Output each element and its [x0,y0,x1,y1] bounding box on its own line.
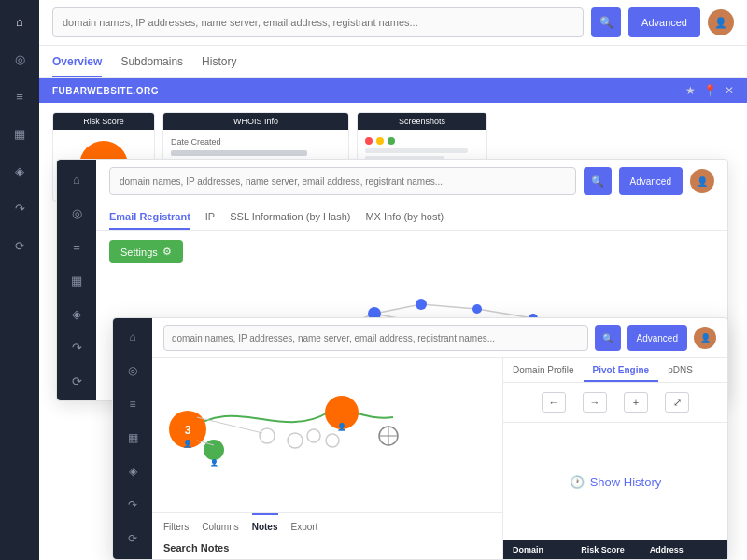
rtab3-pdns[interactable]: pDNS [658,358,702,382]
pin-icon[interactable]: 📍 [703,84,717,97]
rtab3-pivot-engine[interactable]: Pivot Engine [584,358,659,382]
sidebar1-layers-icon[interactable]: ◈ [9,161,30,181]
btab3-filters[interactable]: Filters [163,513,189,537]
right3-content: ← → + ⤢ 🕐 Show History [503,383,727,559]
sidebar3-home-icon[interactable]: ⌂ [123,328,142,346]
risk-score-header: Risk Score [53,113,154,130]
tab1-overview[interactable]: Overview [52,46,102,77]
sidebar1-forward-icon[interactable]: ↷ [9,198,30,218]
sidebar2: ⌂ ◎ ≡ ▦ ◈ ↷ ⟳ [57,160,96,400]
svg-point-37 [307,429,320,442]
settings-gear-icon: ⚙ [162,245,172,258]
sidebar3-forward-icon[interactable]: ↷ [123,496,142,514]
tab1-subdomains[interactable]: Subdomains [120,46,183,77]
svg-point-17 [416,299,427,310]
svg-text:👤: 👤 [337,422,346,431]
sidebar2-home-icon[interactable]: ⌂ [66,171,87,188]
close-icon[interactable]: ✕ [725,84,734,97]
nav-controls: ← → + ⤢ [503,383,727,423]
advanced-button-2[interactable]: Advanced [619,167,683,195]
tabs1: Overview Subdomains History [39,46,747,78]
tab2-ssl[interactable]: SSL Information (by Hash) [230,203,350,230]
btab3-columns[interactable]: Columns [202,513,238,537]
pivot-graph-svg: 3 👤 👤 👤 [160,366,421,469]
search-button-1[interactable]: 🔍 [591,7,621,37]
sidebar1-grid-icon[interactable]: ▦ [9,123,30,144]
settings-label: Settings [120,246,158,258]
sidebar2-layers-icon[interactable]: ◈ [66,305,87,322]
sidebar3-history-icon[interactable]: ⟳ [123,529,142,548]
search-button-2[interactable]: 🔍 [584,167,612,195]
nav-forward-button[interactable]: → [583,392,607,413]
topbar3: 🔍 Advanced 👤 [152,318,727,358]
nav-expand-button[interactable]: ⤢ [665,392,689,413]
svg-line-43 [197,417,262,433]
sidebar2-grid-icon[interactable]: ▦ [66,272,87,288]
sidebar1-search-icon[interactable]: ◎ [9,49,30,69]
sidebar3: ⌂ ◎ ≡ ▦ ◈ ↷ ⟳ [113,318,152,559]
svg-point-38 [326,434,339,447]
left-panel: 3 👤 👤 👤 [152,358,503,559]
main3-content: 🔍 Advanced 👤 3 👤 [152,318,727,559]
show-history-label: Show History [590,475,662,489]
svg-line-10 [477,309,533,318]
sidebar1-menu-icon[interactable]: ≡ [9,86,30,106]
right3-tabs: Domain Profile Pivot Engine pDNS [503,358,727,383]
advanced-button-1[interactable]: Advanced [628,7,700,37]
table-header3: Domain Risk Score Address [503,540,727,559]
svg-text:3: 3 [185,424,191,437]
nav-plus-button[interactable]: + [624,392,648,413]
sidebar1: ⌂ ◎ ≡ ▦ ◈ ↷ ⟳ [0,0,39,560]
domain-name: FUBARWEBSITE.ORG [52,86,159,96]
sidebar2-menu-icon[interactable]: ≡ [66,238,87,255]
topbar2: 🔍 Advanced 👤 [96,160,727,203]
whois-header: WHOIS Info [163,113,348,130]
sidebar3-search-icon[interactable]: ◎ [123,361,142,380]
show-history-button[interactable]: 🕐 Show History [570,475,662,489]
rtab3-domain-profile[interactable]: Domain Profile [503,358,584,382]
bottom-tabs3: Filters Columns Notes Export [152,512,502,537]
sidebar1-history-icon[interactable]: ⟳ [9,235,30,256]
tabs2: Email Registrant IP SSL Information (by … [96,203,727,231]
dot-red [365,137,373,145]
btab3-notes[interactable]: Notes [252,513,278,537]
search-input-3[interactable] [163,325,588,351]
show-history-btn-area: 🕐 Show History [503,423,727,540]
svg-line-3 [374,304,421,314]
search-input-2[interactable] [109,167,576,195]
tab1-history[interactable]: History [202,46,236,77]
settings-button[interactable]: Settings ⚙ [109,240,183,263]
svg-point-33 [204,440,224,460]
tab2-mx[interactable]: MX Info (by host) [365,203,444,230]
search-input-1[interactable] [52,7,584,37]
svg-point-36 [288,433,303,448]
th3-domain: Domain [513,545,581,554]
traffic-lights [365,137,479,145]
btab3-export[interactable]: Export [291,513,318,537]
svg-point-21 [472,304,482,314]
tab2-ip[interactable]: IP [205,203,215,230]
sidebar3-grid-icon[interactable]: ▦ [123,428,142,447]
nav-back-button[interactable]: ← [542,392,566,413]
sidebar1-home-icon[interactable]: ⌂ [9,11,30,32]
right-panel: Domain Profile Pivot Engine pDNS ← → + ⤢ [503,358,727,559]
svg-text:👤: 👤 [210,458,218,467]
svg-point-35 [260,428,275,443]
sidebar2-search-icon[interactable]: ◎ [66,204,87,221]
body3: 3 👤 👤 👤 [152,358,727,559]
dot-yellow [376,137,384,145]
sidebar3-menu-icon[interactable]: ≡ [123,395,142,413]
sidebar2-forward-icon[interactable]: ↷ [66,339,87,356]
date-created-value [171,150,307,156]
star-icon[interactable]: ★ [685,84,696,97]
th3-address: Address [650,545,718,554]
th3-risk-score: Risk Score [581,545,649,554]
topbar1: 🔍 Advanced 👤 [39,0,747,46]
sidebar3-layers-icon[interactable]: ◈ [123,462,142,481]
screenshots-header: Screenshots [358,113,486,130]
search-button-3[interactable]: 🔍 [595,325,621,351]
tab2-email-registrant[interactable]: Email Registrant [109,203,190,230]
sidebar2-history-icon[interactable]: ⟳ [66,372,87,389]
advanced-button-3[interactable]: Advanced [627,325,687,351]
avatar-1: 👤 [708,9,734,35]
